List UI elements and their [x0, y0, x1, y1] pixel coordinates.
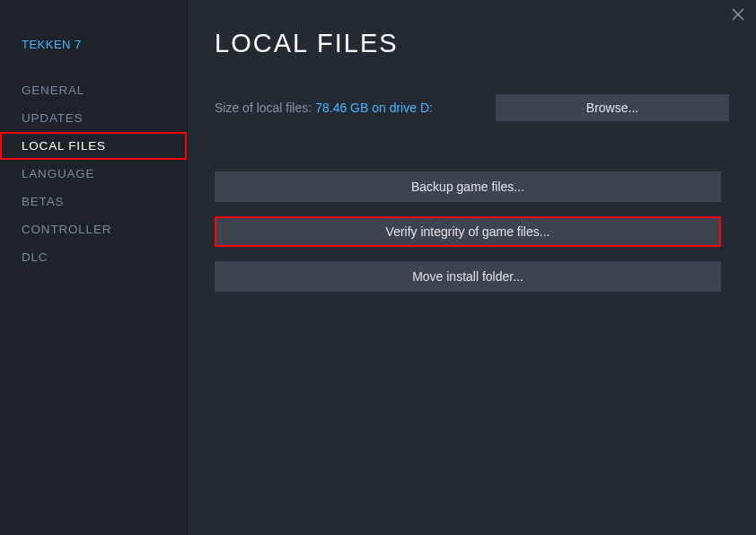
sidebar: TEKKEN 7 GENERAL UPDATES LOCAL FILES LAN…: [0, 0, 187, 535]
sidebar-item-dlc[interactable]: DLC: [0, 243, 187, 271]
size-value: 78.46 GB on drive D:: [315, 101, 433, 115]
sidebar-item-local-files[interactable]: LOCAL FILES: [0, 132, 187, 160]
game-title: TEKKEN 7: [0, 38, 187, 51]
main-panel: LOCAL FILES Size of local files: 78.46 G…: [187, 0, 756, 535]
size-label: Size of local files:: [215, 101, 312, 115]
close-icon: [731, 7, 745, 22]
size-info-row: Size of local files: 78.46 GB on drive D…: [215, 94, 729, 121]
sidebar-item-language[interactable]: LANGUAGE: [0, 160, 187, 188]
backup-game-files-button[interactable]: Backup game files...: [215, 171, 721, 202]
verify-integrity-button[interactable]: Verify integrity of game files...: [215, 216, 721, 247]
sidebar-item-updates[interactable]: UPDATES: [0, 104, 187, 132]
sidebar-item-controller[interactable]: CONTROLLER: [0, 215, 187, 243]
close-button[interactable]: [731, 7, 745, 22]
browse-button[interactable]: Browse...: [496, 94, 729, 121]
sidebar-item-general[interactable]: GENERAL: [0, 76, 187, 104]
move-install-folder-button[interactable]: Move install folder...: [215, 261, 721, 292]
page-title: LOCAL FILES: [215, 29, 729, 58]
sidebar-item-betas[interactable]: BETAS: [0, 188, 187, 215]
